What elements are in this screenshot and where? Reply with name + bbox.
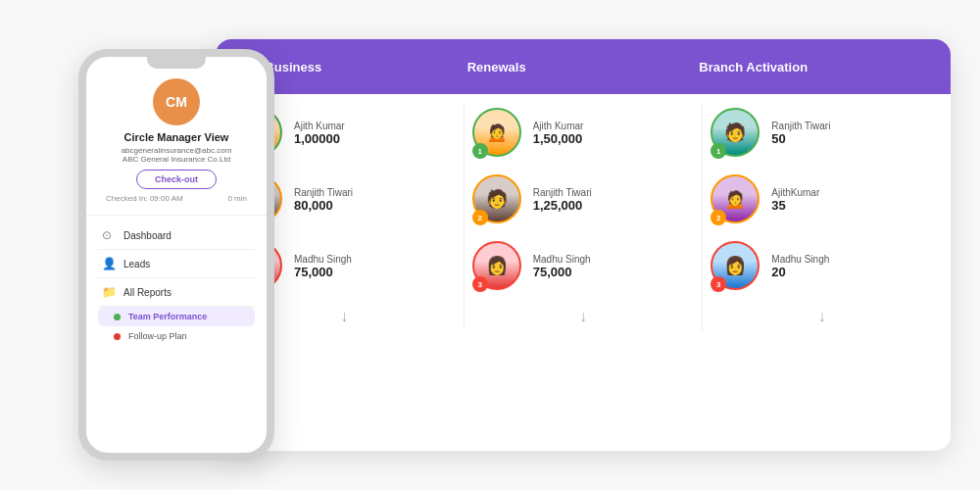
page-title: Circle Manager View xyxy=(124,130,229,144)
name-nb-2: Ranjith Tiwari xyxy=(294,187,353,198)
reports-icon: 📁 xyxy=(102,285,116,299)
data-info-nb-3: Madhu Singh 75,000 xyxy=(294,254,352,279)
column-renewals: 🙍 1 Ajith Kumar 1,50,000 🧑 2 xyxy=(465,104,704,331)
name-ba-3: Madhu Singh xyxy=(771,254,829,265)
user-email: abcgeneralinsurance@abc.com xyxy=(122,146,232,155)
row-re-2: 🧑 2 Ranjith Tiwari 1,25,000 xyxy=(472,171,695,229)
col-header-branch-activation: Branch Activation xyxy=(699,60,931,74)
sidebar-item-leads[interactable]: 👤 Leads xyxy=(98,250,255,278)
card-body: 🙍 1 Ajith Kumar 1,00000 🧑 2 xyxy=(216,94,951,335)
checkin-time: Checked In: 09:00 AM xyxy=(106,194,183,203)
avatar-wrap-ba-3: 👩 3 xyxy=(710,241,761,292)
name-re-1: Ajith Kumar xyxy=(533,121,584,131)
avatar-wrap-re-2: 🧑 2 xyxy=(472,174,523,225)
checkin-info: Checked In: 09:00 AM 0 min xyxy=(96,194,257,203)
card-header: New Business Renewals Branch Activation xyxy=(216,39,951,94)
data-info-re-2: Ranjith Tiwari 1,25,000 xyxy=(533,187,592,213)
scene: CM Circle Manager View abcgeneralinsuran… xyxy=(20,20,960,470)
phone-frame: CM Circle Manager View abcgeneralinsuran… xyxy=(78,49,274,461)
nav-label-dashboard: Dashboard xyxy=(123,230,172,241)
sidebar-item-team-performance[interactable]: Team Performance xyxy=(98,307,255,326)
phone-header: CM Circle Manager View abcgeneralinsuran… xyxy=(86,73,267,209)
avatar: CM xyxy=(153,78,200,125)
dashboard-icon: ⊙ xyxy=(102,228,116,242)
rank-badge-ba-3: 3 xyxy=(710,276,726,292)
avatar-wrap-ba-1: 🧑 1 xyxy=(710,108,761,159)
divider xyxy=(86,215,267,216)
down-arrow-re: ↓ xyxy=(472,304,695,331)
data-info-ba-1: Ranjith Tiwari 50 xyxy=(771,121,830,146)
name-re-3: Madhu Singh xyxy=(533,254,591,265)
rank-badge-ba-2: 2 xyxy=(710,210,726,225)
row-re-3: 👩 3 Madhu Singh 75,000 xyxy=(472,237,695,296)
value-ba-3: 20 xyxy=(771,265,829,279)
sidebar-item-followup[interactable]: Follow-up Plan xyxy=(98,326,255,346)
user-company: ABC General Insurance Co.Ltd xyxy=(122,155,230,164)
data-info-re-3: Madhu Singh 75,000 xyxy=(533,254,591,279)
name-nb-3: Madhu Singh xyxy=(294,254,352,265)
avatar-wrap-re-1: 🙍 1 xyxy=(472,108,523,159)
row-re-1: 🙍 1 Ajith Kumar 1,50,000 xyxy=(472,104,695,163)
data-info-ba-2: AjithKumar 35 xyxy=(771,187,819,213)
sidebar-item-reports[interactable]: 📁 All Reports xyxy=(98,278,255,307)
active-dot-icon xyxy=(114,314,121,320)
value-nb-3: 75,000 xyxy=(294,265,352,279)
data-info-ba-3: Madhu Singh 20 xyxy=(771,254,829,279)
rank-badge-ba-1: 1 xyxy=(710,143,726,159)
sidebar-item-dashboard[interactable]: ⊙ Dashboard xyxy=(98,221,255,250)
value-re-2: 1,25,000 xyxy=(533,198,592,213)
value-ba-2: 35 xyxy=(771,198,819,213)
row-ba-2: 🙍 2 AjithKumar 35 xyxy=(710,171,933,229)
checkin-duration: 0 min xyxy=(227,194,247,203)
value-nb-2: 80,000 xyxy=(294,198,353,213)
value-re-3: 75,000 xyxy=(533,265,591,279)
nav-menu: ⊙ Dashboard 👤 Leads 📁 All Reports xyxy=(86,221,267,307)
column-branch-activation: 🧑 1 Ranjith Tiwari 50 🙍 2 xyxy=(703,104,941,331)
name-nb-1: Ajith Kumar xyxy=(294,121,345,131)
phone-notch xyxy=(147,57,206,69)
row-ba-3: 👩 3 Madhu Singh 20 xyxy=(710,237,933,296)
name-ba-2: AjithKumar xyxy=(771,187,819,198)
dashboard-card: New Business Renewals Branch Activation … xyxy=(216,39,951,451)
sub-label-team-performance: Team Performance xyxy=(128,312,207,321)
down-arrow-ba: ↓ xyxy=(710,304,933,331)
data-info-nb-2: Ranjith Tiwari 80,000 xyxy=(294,187,353,213)
value-nb-1: 1,00000 xyxy=(294,131,345,146)
row-ba-1: 🧑 1 Ranjith Tiwari 50 xyxy=(710,104,933,163)
leads-icon: 👤 xyxy=(102,257,116,270)
rank-badge-re-2: 2 xyxy=(472,210,488,225)
nav-label-reports: All Reports xyxy=(123,287,172,298)
value-re-1: 1,50,000 xyxy=(533,131,584,146)
avatar-wrap-ba-2: 🙍 2 xyxy=(710,174,761,225)
col-header-renewals: Renewals xyxy=(467,60,700,74)
inactive-dot-icon xyxy=(114,333,121,340)
sub-label-followup: Follow-up Plan xyxy=(128,331,187,341)
rank-badge-re-1: 1 xyxy=(472,143,488,159)
name-ba-1: Ranjith Tiwari xyxy=(771,121,830,131)
value-ba-1: 50 xyxy=(771,131,830,146)
nav-label-leads: Leads xyxy=(123,259,150,270)
checkout-button[interactable]: Check-out xyxy=(136,170,217,189)
rank-badge-re-3: 3 xyxy=(472,276,488,292)
name-re-2: Ranjith Tiwari xyxy=(533,187,592,198)
sub-nav: Team Performance Follow-up Plan xyxy=(86,307,267,346)
data-info-nb-1: Ajith Kumar 1,00000 xyxy=(294,121,345,146)
avatar-wrap-re-3: 👩 3 xyxy=(472,241,523,292)
data-info-re-1: Ajith Kumar 1,50,000 xyxy=(533,121,584,146)
